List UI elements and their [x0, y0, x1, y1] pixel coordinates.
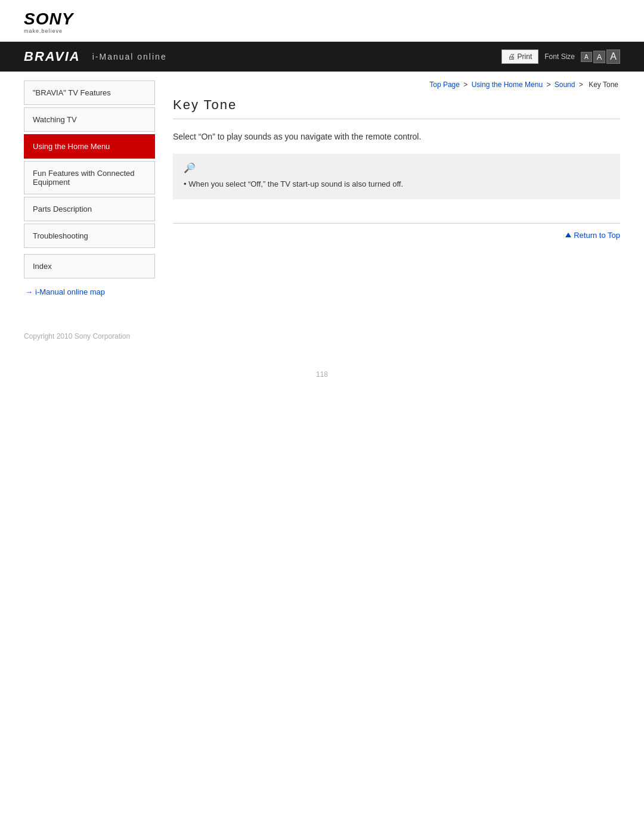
breadcrumb: Top Page > Using the Home Menu > Sound >…: [173, 80, 620, 89]
content-area: Top Page > Using the Home Menu > Sound >…: [173, 80, 620, 296]
sidebar-item-label: Parts Description: [33, 205, 92, 213]
sidebar-index-label: Index: [33, 262, 52, 271]
map-link-text: i-Manual online map: [35, 287, 105, 296]
font-size-buttons: A A A: [581, 49, 620, 64]
print-label: Print: [518, 52, 532, 61]
font-size-label: Font Size: [544, 52, 575, 61]
logo-area: SONY make.believe: [0, 0, 644, 42]
return-to-top-area: Return to Top: [173, 223, 620, 240]
breadcrumb-sep2: >: [546, 80, 550, 89]
breadcrumb-sep1: >: [463, 80, 467, 89]
sidebar-item-index[interactable]: Index: [24, 254, 155, 278]
note-box: 🔎 When you select “Off,” the TV start-up…: [173, 154, 620, 199]
breadcrumb-current: Key Tone: [589, 80, 618, 89]
print-button[interactable]: 🖨 Print: [501, 49, 539, 64]
return-to-top-link[interactable]: Return to Top: [565, 231, 620, 240]
sony-brand-text: SONY: [24, 11, 620, 27]
bravia-logo: BRAVIA: [24, 49, 80, 64]
sidebar-map-link-container: →i-Manual online map: [24, 287, 155, 296]
page-number: 118: [0, 370, 644, 379]
page-title: Key Tone: [173, 97, 620, 119]
sidebar: "BRAVIA" TV Features Watching TV Using t…: [24, 80, 155, 296]
sidebar-item-label: Troubleshooting: [33, 231, 88, 240]
sidebar-item-label: Fun Features with Connected Equipment: [33, 169, 135, 187]
font-medium-button[interactable]: A: [593, 51, 606, 63]
breadcrumb-sep3: >: [579, 80, 583, 89]
sidebar-item-bravia-features[interactable]: "BRAVIA" TV Features: [24, 80, 155, 105]
triangle-up-icon: [565, 233, 571, 237]
sidebar-item-fun-features[interactable]: Fun Features with Connected Equipment: [24, 161, 155, 194]
arrow-icon: →: [25, 287, 33, 296]
sony-logo: SONY make.believe: [24, 11, 620, 34]
sidebar-item-home-menu[interactable]: Using the Home Menu: [24, 134, 155, 159]
print-icon: 🖨: [508, 52, 515, 61]
main-container: "BRAVIA" TV Features Watching TV Using t…: [0, 72, 644, 296]
breadcrumb-top-page[interactable]: Top Page: [429, 80, 460, 89]
imanual-map-link[interactable]: →i-Manual online map: [25, 287, 105, 296]
sidebar-item-watching-tv[interactable]: Watching TV: [24, 107, 155, 132]
sony-tagline: make.believe: [24, 29, 620, 34]
note-icon: 🔎: [184, 162, 609, 174]
content-description: Select “On” to play sounds as you naviga…: [173, 130, 620, 143]
font-large-button[interactable]: A: [606, 49, 620, 64]
top-bar: BRAVIA i-Manual online 🖨 Print Font Size…: [0, 42, 644, 72]
return-top-label: Return to Top: [574, 231, 620, 240]
sidebar-item-label: "BRAVIA" TV Features: [33, 88, 111, 97]
breadcrumb-home-menu[interactable]: Using the Home Menu: [472, 80, 543, 89]
copyright-text: Copyright 2010 Sony Corporation: [24, 332, 130, 340]
imanual-title: i-Manual online: [92, 52, 501, 61]
sidebar-item-parts-description[interactable]: Parts Description: [24, 197, 155, 221]
sidebar-item-label: Using the Home Menu: [33, 142, 110, 151]
sidebar-item-label: Watching TV: [33, 115, 77, 124]
font-small-button[interactable]: A: [581, 52, 592, 62]
breadcrumb-sound[interactable]: Sound: [555, 80, 575, 89]
note-text: When you select “Off,” the TV start-up s…: [184, 178, 609, 191]
sidebar-item-troubleshooting[interactable]: Troubleshooting: [24, 224, 155, 248]
top-bar-controls: 🖨 Print Font Size A A A: [501, 49, 620, 64]
footer: Copyright 2010 Sony Corporation: [0, 320, 644, 352]
